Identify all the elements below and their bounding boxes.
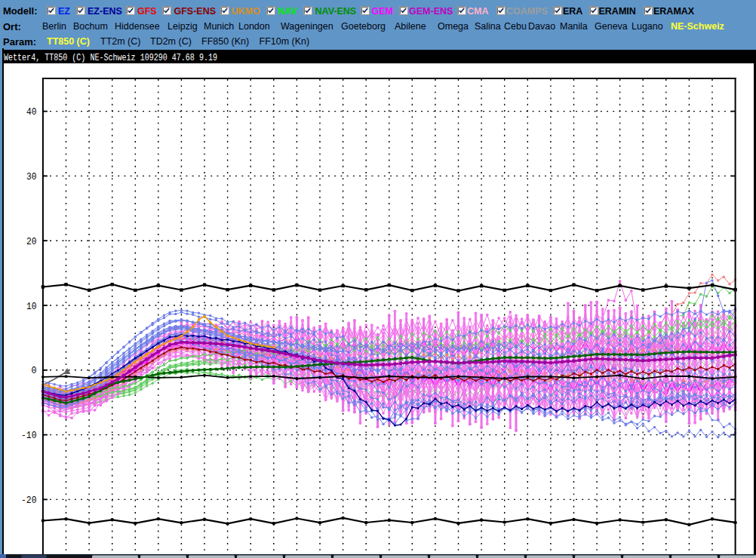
svg-text:30: 30: [26, 172, 37, 182]
svg-text:-20: -20: [21, 495, 37, 506]
svg-text:Wetter4, TT850 (C) NE-Schweiz: Wetter4, TT850 (C) NE-Schweiz 109290 47.…: [4, 52, 217, 63]
svg-text:20: 20: [26, 237, 37, 247]
svg-text:10: 10: [26, 302, 37, 312]
svg-text:40: 40: [26, 107, 37, 118]
svg-text:0: 0: [32, 366, 37, 376]
svg-text:-10: -10: [21, 431, 37, 441]
